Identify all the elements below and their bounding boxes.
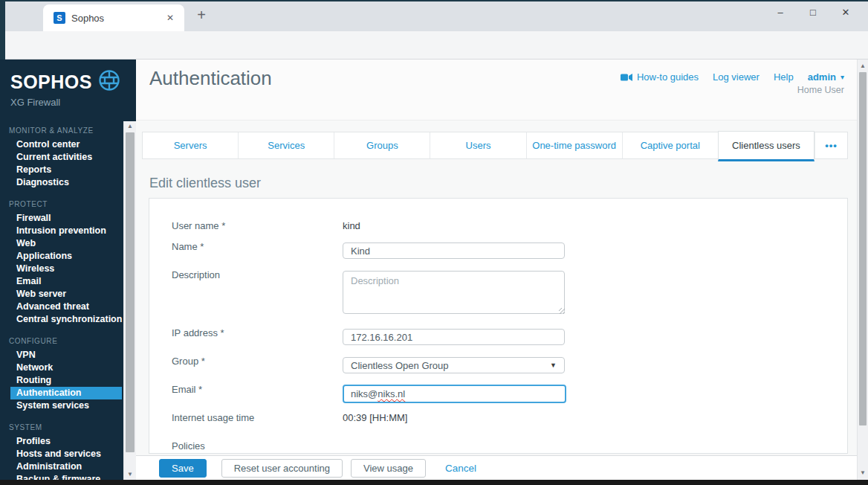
scrollbar-thumb[interactable] — [859, 72, 867, 425]
sidebar-item-vpn[interactable]: VPN — [0, 349, 123, 362]
scroll-up-icon[interactable]: ▲ — [858, 61, 868, 71]
nav-section-monitor: MONITOR & ANALYZE — [0, 126, 123, 138]
howto-guides-link[interactable]: How-to guides — [621, 71, 699, 83]
nav-section-protect: PROTECT — [0, 200, 123, 212]
sidebar-item-web-server[interactable]: Web server — [0, 288, 123, 301]
sidebar-item-firewall[interactable]: Firewall — [0, 212, 123, 225]
window-border — [0, 0, 5, 60]
cancel-link[interactable]: Cancel — [445, 463, 476, 474]
browser-tab[interactable]: S Sophos ✕ — [43, 4, 184, 31]
sidebar-item-control-center[interactable]: Control center — [0, 138, 123, 151]
minimize-button[interactable]: – — [764, 3, 797, 22]
sidebar-nav: MONITOR & ANALYZE Control center Current… — [0, 60, 123, 480]
sidebar-item-email[interactable]: Email — [0, 275, 123, 288]
group-label: Group * — [172, 356, 205, 367]
tab-captive-portal[interactable]: Captive portal — [622, 132, 718, 158]
close-button[interactable]: ✕ — [829, 3, 862, 22]
name-field[interactable] — [343, 242, 565, 259]
sidebar-item-backup-firmware[interactable]: Backup & firmware — [0, 473, 123, 480]
internet-usage-label: Internet usage time — [172, 412, 254, 423]
sidebar-item-intrusion-prevention[interactable]: Intrusion prevention — [0, 225, 123, 237]
email-value-prefix: niks@ — [351, 388, 378, 399]
sidebar-item-system-services[interactable]: System services — [0, 399, 123, 412]
browser-tabstrip: S Sophos ✕ + – □ ✕ — [0, 0, 868, 31]
main-content: Authentication How-to guides Log viewer … — [136, 60, 868, 485]
sidebar-item-routing[interactable]: Routing — [0, 374, 123, 387]
ip-address-label: IP address * — [172, 327, 224, 338]
chevron-down-icon: ▾ — [841, 73, 844, 81]
sidebar-item-current-activities[interactable]: Current activities — [0, 151, 123, 164]
sidebar-logo: SOPHOS XG Firewall — [0, 60, 136, 121]
ip-address-field[interactable] — [343, 329, 565, 345]
sidebar-item-advanced-threat[interactable]: Advanced threat — [0, 301, 123, 313]
video-camera-icon — [621, 73, 632, 82]
group-select-value: Clientless Open Group — [351, 360, 550, 371]
sidebar-item-network[interactable]: Network — [0, 362, 123, 374]
tab-clientless-users[interactable]: Clientless users — [718, 131, 814, 161]
page-scrollbar[interactable]: ▲ ▼ — [857, 60, 868, 480]
reset-user-accounting-button[interactable]: Reset user accounting — [221, 459, 343, 478]
sidebar-item-reports[interactable]: Reports — [0, 164, 123, 176]
window-bottom-edge — [0, 480, 868, 485]
sidebar-item-applications[interactable]: Applications — [0, 250, 123, 263]
description-label: Description — [172, 269, 220, 280]
tab-one-time-password[interactable]: One-time password — [526, 132, 622, 158]
resize-handle[interactable] — [559, 308, 565, 314]
nav-section-configure: CONFIGURE — [0, 337, 123, 349]
tab-services[interactable]: Services — [238, 132, 334, 158]
save-button[interactable]: Save — [159, 459, 207, 478]
action-bar: Save Reset user accounting View usage Ca… — [136, 455, 857, 480]
sidebar-item-diagnostics[interactable]: Diagnostics — [0, 176, 123, 189]
sidebar-item-hosts-and-services[interactable]: Hosts and services — [0, 448, 123, 460]
sidebar-scrollbar[interactable]: ▲ ▼ — [123, 121, 136, 480]
sidebar-item-wireless[interactable]: Wireless — [0, 263, 123, 275]
sidebar-item-profiles[interactable]: Profiles — [0, 435, 123, 448]
log-viewer-link[interactable]: Log viewer — [713, 71, 760, 83]
browser-tab-title: Sophos — [71, 13, 163, 24]
sidebar-item-administration[interactable]: Administration — [0, 460, 123, 473]
email-field[interactable]: niks@niks.nl — [343, 385, 566, 403]
email-label: Email * — [172, 384, 202, 395]
tab-groups[interactable]: Groups — [334, 132, 430, 158]
email-value-domain: niks.nl — [378, 388, 405, 399]
username-label: User name * — [172, 220, 225, 231]
view-usage-button[interactable]: View usage — [351, 459, 426, 478]
select-arrow-icon: ▼ — [550, 362, 557, 369]
policies-section-label: Policies — [172, 440, 205, 452]
sidebar-item-authentication[interactable]: Authentication — [10, 387, 122, 399]
group-select[interactable]: Clientless Open Group ▼ — [343, 357, 565, 373]
window-border — [0, 0, 868, 1]
tab-more-icon[interactable]: ••• — [814, 132, 847, 158]
sidebar-item-central-synchronization[interactable]: Central synchronization — [0, 313, 123, 326]
edit-clientless-user-panel: User name * kind Name * Description IP a… — [149, 198, 848, 454]
sidebar-item-web[interactable]: Web — [0, 237, 123, 250]
tab-users[interactable]: Users — [430, 132, 525, 158]
nav-section-system: SYSTEM — [0, 423, 123, 435]
user-type-label: Home User — [797, 85, 844, 95]
firewall-globe-icon — [98, 69, 120, 94]
scroll-down-icon[interactable]: ▼ — [858, 468, 868, 478]
app-window: S Sophos ✕ + – □ ✕ ← → ↻ ! Niet beveilig… — [0, 0, 868, 485]
description-field[interactable] — [343, 271, 565, 314]
auth-tabbar: Servers Services Groups Users One-time p… — [142, 132, 848, 159]
tab-servers[interactable]: Servers — [143, 132, 238, 158]
maximize-button[interactable]: □ — [797, 3, 829, 22]
username-value: kind — [343, 220, 360, 231]
sophos-logo-text: SOPHOS — [10, 71, 92, 93]
scroll-down-icon[interactable]: ▼ — [124, 469, 136, 480]
page-title: Authentication — [149, 67, 272, 90]
scrollbar-thumb[interactable] — [126, 132, 135, 452]
name-label: Name * — [172, 241, 204, 252]
sophos-favicon-icon: S — [54, 12, 65, 24]
form-title: Edit clientless user — [149, 176, 261, 191]
tab-close-icon[interactable]: ✕ — [163, 11, 177, 25]
scroll-up-icon[interactable]: ▲ — [124, 121, 136, 132]
xg-firewall-label: XG Firewall — [10, 97, 136, 108]
internet-usage-value: 00:39 [HH:MM] — [343, 412, 407, 423]
admin-menu[interactable]: admin ▾ — [808, 71, 844, 83]
new-tab-button[interactable]: + — [192, 6, 211, 25]
help-link[interactable]: Help — [774, 71, 794, 83]
browser-toolbar: ← → ↻ ! Niet beveiligd | 172.16.16.16:44… — [0, 31, 868, 60]
